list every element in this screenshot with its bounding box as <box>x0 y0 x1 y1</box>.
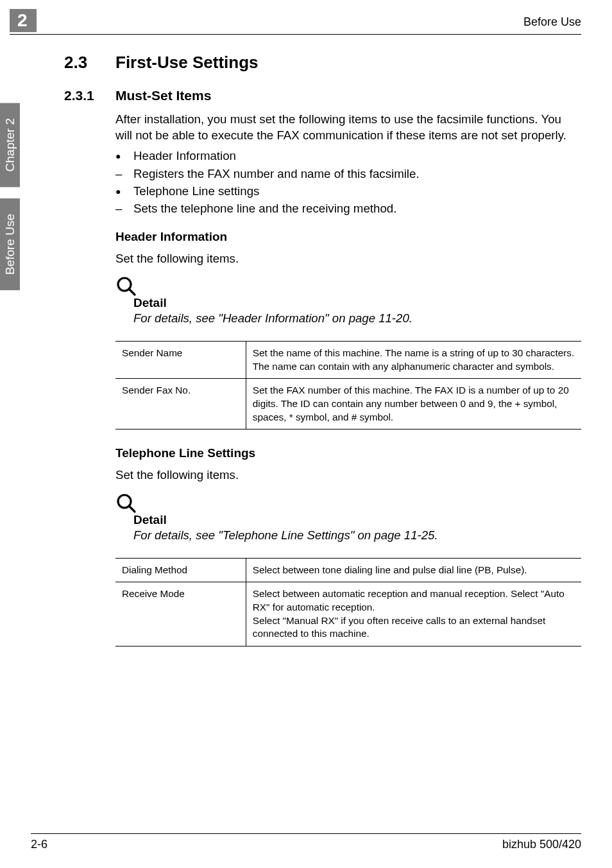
cell-receive-mode-desc: Select between automatic reception and m… <box>246 582 581 647</box>
main-content: 2.3 First-Use Settings 2.3.1 Must-Set It… <box>64 35 581 647</box>
magnifier-icon <box>115 275 581 297</box>
cell-receive-mode-label: Receive Mode <box>115 582 246 647</box>
heading-2: 2.3.1 Must-Set Items <box>64 88 581 103</box>
bullet-header-info: Header Information <box>115 147 581 164</box>
page-header: 2 Before Use <box>10 9 581 35</box>
table-telephone-line-settings: Dialing Method Select between tone diali… <box>115 558 581 647</box>
h1-title: First-Use Settings <box>115 53 259 73</box>
set-following-2: Set the following items. <box>115 467 581 483</box>
svg-line-1 <box>129 289 135 295</box>
header-section-name: Before Use <box>523 15 581 31</box>
footer-product-name: bizhub 500/420 <box>502 838 581 851</box>
side-tabs: Chapter 2 Before Use <box>0 103 20 291</box>
magnifier-icon <box>115 492 581 514</box>
heading-header-information: Header Information <box>115 230 581 244</box>
detail-label-1: Detail <box>133 296 581 310</box>
h2-number: 2.3.1 <box>64 88 115 103</box>
side-tab-chapter: Chapter 2 <box>0 103 20 187</box>
cell-dialing-method-label: Dialing Method <box>115 558 246 582</box>
cell-sender-name-desc: Set the name of this machine. The name i… <box>246 342 581 379</box>
detail-label-2: Detail <box>133 513 581 527</box>
heading-telephone-line-settings: Telephone Line Settings <box>115 446 581 460</box>
cell-sender-name-label: Sender Name <box>115 342 246 379</box>
intro-paragraph: After installation, you must set the fol… <box>115 111 581 143</box>
side-tab-section: Before Use <box>0 198 20 290</box>
h2-title: Must-Set Items <box>115 88 211 103</box>
cell-sender-fax-label: Sender Fax No. <box>115 379 246 430</box>
detail-text-2: For details, see "Telephone Line Setting… <box>133 528 581 542</box>
table-header-information: Sender Name Set the name of this machine… <box>115 341 581 430</box>
chapter-number-badge: 2 <box>10 9 37 32</box>
h1-number: 2.3 <box>64 53 115 73</box>
svg-line-3 <box>129 506 135 512</box>
detail-text-1: For details, see "Header Information" on… <box>133 311 581 326</box>
set-following-1: Set the following items. <box>115 250 581 266</box>
heading-1: 2.3 First-Use Settings <box>64 53 581 73</box>
footer-page-number: 2-6 <box>31 838 47 851</box>
bullet-telephone-line: Telephone Line settings <box>115 182 581 200</box>
dash-sets-telephone: Sets the telephone line and the receivin… <box>115 200 581 217</box>
cell-dialing-method-desc: Select between tone dialing line and pul… <box>246 558 581 582</box>
page-footer: 2-6 bizhub 500/420 <box>31 833 581 851</box>
dash-registers-fax: Registers the FAX number and name of thi… <box>115 165 581 182</box>
cell-sender-fax-desc: Set the FAX number of this machine. The … <box>246 379 581 430</box>
